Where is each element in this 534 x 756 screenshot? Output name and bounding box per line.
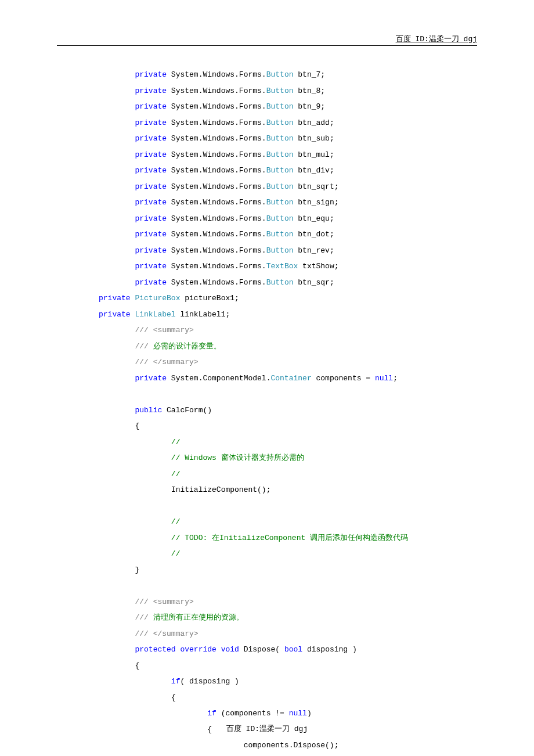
code-token: Button [266, 198, 294, 207]
code-line: { [99, 418, 477, 434]
code-line: private System.Windows.Forms.Button btn_… [99, 83, 477, 99]
code-token: btn_sqrt; [293, 182, 338, 191]
code-line: private System.Windows.Forms.Button btn_… [99, 67, 477, 83]
code-token: { [135, 422, 139, 430]
code-token: private [135, 246, 167, 255]
code-token: private [135, 134, 167, 143]
page-header: 百度 ID:温柔一刀 dgj [396, 34, 477, 44]
code-token: TextBox [266, 262, 298, 271]
code-token: Button [266, 134, 294, 143]
code-token: txtShow; [298, 262, 338, 271]
code-block: private System.Windows.Forms.Button btn_… [99, 67, 477, 756]
code-line: public CalcForm() [99, 402, 477, 419]
code-token: Container [270, 374, 311, 383]
code-token: public [135, 406, 162, 415]
code-token: { [171, 693, 176, 702]
code-token: // Windows 窗体设计器支持所必需的 [171, 453, 304, 462]
code-token: Button [266, 118, 294, 127]
code-line: // Windows 窗体设计器支持所必需的 [99, 450, 477, 466]
code-token: private [135, 150, 167, 159]
code-token: System.Windows.Forms. [167, 182, 266, 191]
code-token: Button [266, 182, 294, 191]
code-token: btn_sign; [293, 198, 338, 207]
code-token: private [135, 374, 167, 383]
code-token: private [135, 87, 167, 95]
code-token: /// [135, 358, 148, 366]
code-token: private [135, 118, 167, 127]
code-line: private System.Windows.Forms.Button btn_… [99, 147, 477, 163]
code-token: private [99, 294, 131, 303]
code-token: System.Windows.Forms. [167, 166, 266, 175]
code-line: { [99, 658, 477, 674]
code-token: System.Windows.Forms. [167, 150, 266, 159]
code-token: btn_7; [293, 70, 325, 79]
code-token: Button [266, 214, 294, 223]
code-token: btn_sqr; [293, 278, 334, 287]
code-token: ( disposing ) [180, 677, 239, 686]
code-line: // [99, 434, 477, 451]
code-token: /// [135, 629, 148, 638]
code-line: // TODO: 在InitializeComponent 调用后添加任何构造函… [99, 530, 477, 546]
code-line [99, 386, 477, 402]
code-token: CalcForm() [162, 406, 212, 415]
code-line: /// </summary> [99, 354, 477, 370]
code-token: if [171, 677, 181, 686]
code-token [217, 645, 221, 654]
code-token: btn_mul; [293, 150, 334, 159]
code-line: private System.Windows.Forms.Button btn_… [99, 131, 477, 147]
code-token: // TODO: 在InitializeComponent 调用后添加任何构造函… [171, 534, 408, 542]
code-token: // [171, 470, 181, 478]
code-token: null [375, 374, 393, 383]
code-token: (components != [217, 709, 289, 718]
code-token: components = [312, 374, 375, 383]
code-line: private LinkLabel linkLabel1; [99, 307, 477, 323]
code-token: private [135, 262, 167, 271]
code-token: System.Windows.Forms. [167, 118, 266, 127]
code-token: System.Windows.Forms. [167, 214, 266, 223]
code-token: btn_8; [293, 87, 325, 95]
code-token: Button [266, 70, 294, 79]
code-token: Button [266, 278, 294, 287]
code-line: /// </summary> [99, 626, 477, 642]
code-line: if( disposing ) [99, 674, 477, 690]
code-token: private [135, 198, 167, 207]
code-token: System.Windows.Forms. [167, 87, 266, 95]
code-token: private [135, 278, 167, 287]
code-line: { [99, 690, 477, 706]
code-line: private PictureBox pictureBox1; [99, 290, 477, 307]
code-line: // [99, 466, 477, 483]
code-line: private System.ComponentModel.Container … [99, 370, 477, 387]
header-rule [57, 45, 477, 46]
code-token: null [289, 709, 307, 718]
code-token: Button [266, 230, 294, 239]
code-token: // [171, 517, 181, 526]
code-token: /// [135, 613, 148, 622]
code-token: System.Windows.Forms. [167, 262, 266, 271]
code-line: private System.Windows.Forms.Button btn_… [99, 195, 477, 211]
code-token: private [135, 102, 167, 111]
code-token: btn_sub; [293, 134, 334, 143]
code-token: <summary> [149, 326, 194, 334]
code-token: linkLabel1; [176, 310, 230, 319]
code-token: System.ComponentModel. [167, 374, 270, 383]
code-token: System.Windows.Forms. [167, 278, 266, 287]
code-token: Dispose( [239, 645, 284, 654]
code-token: <summary> [149, 597, 194, 606]
code-line: } [99, 754, 477, 757]
code-line: /// <summary> [99, 322, 477, 339]
code-token: } [135, 566, 139, 574]
code-line: private System.Windows.Forms.Button btn_… [99, 99, 477, 115]
code-token: ) [307, 709, 312, 718]
code-token: override [180, 645, 216, 654]
code-token: private [135, 230, 167, 239]
code-line: private System.Windows.Forms.Button btn_… [99, 163, 477, 179]
code-token: System.Windows.Forms. [167, 198, 266, 207]
code-token: btn_dot; [293, 230, 334, 239]
code-token: LinkLabel [135, 310, 175, 319]
code-token: Button [266, 166, 294, 175]
page-footer: 百度 ID:温柔一刀 dgj [0, 723, 534, 734]
code-token: private [135, 70, 167, 79]
code-token: // [171, 438, 181, 447]
code-token: Button [266, 150, 294, 159]
code-line [99, 498, 477, 514]
